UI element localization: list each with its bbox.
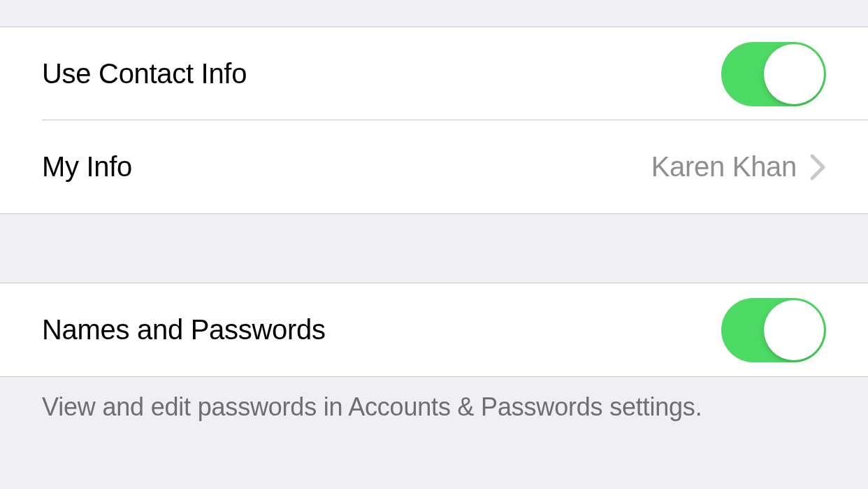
my-info-row[interactable]: My Info Karen Khan bbox=[0, 120, 868, 213]
chevron-right-icon bbox=[809, 153, 826, 181]
section-gap bbox=[0, 0, 868, 27]
toggle-knob bbox=[764, 300, 824, 360]
toggle-knob bbox=[764, 44, 824, 104]
names-and-passwords-toggle[interactable] bbox=[721, 298, 826, 362]
my-info-value: Karen Khan bbox=[651, 151, 797, 183]
my-info-label: My Info bbox=[42, 151, 651, 183]
names-and-passwords-row: Names and Passwords bbox=[0, 283, 868, 376]
names-and-passwords-label: Names and Passwords bbox=[42, 314, 721, 346]
use-contact-info-toggle[interactable] bbox=[721, 42, 826, 106]
use-contact-info-label: Use Contact Info bbox=[42, 58, 721, 90]
section-footer-text: View and edit passwords in Accounts & Pa… bbox=[0, 376, 868, 481]
use-contact-info-row: Use Contact Info bbox=[0, 27, 868, 120]
section-gap bbox=[0, 213, 868, 283]
